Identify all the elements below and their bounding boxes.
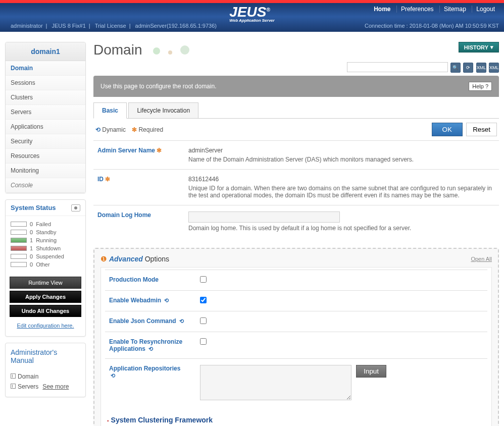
sidebar-item-console[interactable]: Console	[6, 178, 85, 193]
clustering-section-title: System Clustering Framework	[105, 412, 487, 426]
bc-server: adminServer(192.168.65.1:9736)	[132, 23, 220, 29]
search-icon[interactable]: 🔍	[450, 63, 461, 73]
sidebar: domain1 Domain Sessions Clusters Servers…	[5, 42, 86, 426]
sidebar-item-applications[interactable]: Applications	[6, 120, 85, 134]
required-icon: ✻	[157, 147, 162, 154]
production-mode-label: Production Mode	[105, 274, 196, 286]
production-mode-checkbox[interactable]	[200, 276, 207, 283]
help-icon: ?	[485, 83, 488, 89]
app-repos-textarea[interactable]	[200, 365, 351, 400]
app-repos-label: Application Repositories⟲	[105, 363, 196, 404]
logo-subtitle: Web Application Server	[229, 18, 274, 23]
top-bar: JEUS® Web Application Server Home Prefer…	[0, 0, 504, 32]
dynamic-icon: ⟲	[111, 372, 115, 379]
enable-webadmin-label: Enable Webadmin ⟲	[105, 295, 196, 307]
system-status-title: System Status	[6, 200, 85, 216]
dynamic-icon: ⟲	[164, 297, 169, 303]
sys-status-label: System Status	[11, 204, 56, 211]
domain-log-home-label: Domain Log Home	[93, 209, 184, 234]
advanced-title: ❶ Advanced Options	[100, 255, 169, 263]
connection-time: Connection time : 2018-01-08 (Mon) AM 10…	[365, 23, 499, 29]
sidebar-item-resources[interactable]: Resources	[6, 149, 85, 164]
enable-webadmin-checkbox[interactable]	[200, 297, 207, 303]
sidebar-item-clusters[interactable]: Clusters	[6, 90, 85, 105]
description-text: Use this page to configure the root doma…	[100, 83, 216, 90]
dynamic-legend: ⟲ Dynamic	[95, 126, 126, 133]
sidebar-item-servers[interactable]: Servers	[6, 105, 85, 120]
manual-title: Administrator's Manual	[6, 343, 85, 369]
bc-user: administrator	[8, 23, 46, 29]
tabs: Basic Lifecycle Invocation	[93, 102, 499, 119]
decorative-bubbles	[151, 42, 191, 58]
open-all-link[interactable]: Open All	[471, 256, 492, 262]
info-icon: ❶	[100, 255, 107, 263]
chevron-down-icon: ▾	[490, 44, 493, 50]
reset-button[interactable]: Reset	[466, 123, 497, 136]
nav-sitemap[interactable]: Sitemap	[439, 6, 470, 13]
status-row-running: 1Running	[11, 236, 80, 244]
dynamic-icon: ⟲	[95, 126, 100, 133]
admin-server-name-label: Admin Server Name ✻	[93, 145, 184, 165]
help-button[interactable]: Help?	[469, 82, 492, 91]
nav-home[interactable]: Home	[370, 6, 394, 13]
nav-preferences[interactable]: Preferences	[396, 6, 438, 13]
manual-link-servers[interactable]: ServersSee more	[11, 382, 80, 392]
id-label: ID ✻	[93, 174, 184, 201]
edit-config-link[interactable]: Edit configuration here.	[17, 323, 74, 329]
required-icon: ✻	[105, 176, 110, 183]
domain-name[interactable]: domain1	[6, 42, 85, 61]
enable-resync-checkbox[interactable]	[200, 338, 207, 345]
domain-log-home-input[interactable]	[188, 211, 340, 223]
status-refresh-icon[interactable]	[71, 204, 80, 211]
advanced-options: ❶ Advanced Options Open All Production M…	[93, 248, 499, 426]
status-row-failed: 0Failed	[11, 220, 80, 228]
page-title: Domain	[93, 42, 191, 58]
history-button[interactable]: HISTORY ▾	[459, 42, 499, 52]
tab-lifecycle[interactable]: Lifecycle Invocation	[128, 102, 198, 118]
sidebar-item-domain[interactable]: Domain	[6, 61, 85, 76]
sidebar-item-sessions[interactable]: Sessions	[6, 76, 85, 90]
bc-license: Trial License	[92, 23, 129, 29]
enable-json-checkbox[interactable]	[200, 317, 207, 324]
search-input[interactable]	[347, 62, 448, 72]
id-help: Unique ID for a domain. When there are t…	[188, 185, 495, 199]
admin-server-name-value: adminServer	[188, 147, 495, 154]
enable-resync-label: Enable To Resynchronize Applications ⟲	[105, 336, 196, 354]
manual-link-domain[interactable]: Domain	[11, 371, 80, 382]
status-row-suspended: 0Suspended	[11, 252, 80, 260]
refresh-icon[interactable]: ⟳	[463, 63, 473, 73]
nav-logout[interactable]: Logout	[472, 6, 499, 13]
sidebar-item-security[interactable]: Security	[6, 134, 85, 149]
apply-changes-button[interactable]: Apply Changes	[10, 291, 81, 303]
id-value: 831612446	[188, 176, 495, 183]
dynamic-icon: ⟲	[148, 346, 153, 352]
top-nav: Home Preferences Sitemap Logout	[370, 6, 499, 13]
runtime-view-button[interactable]: Runtime View	[10, 277, 81, 289]
undo-changes-button[interactable]: Undo All Changes	[10, 305, 81, 317]
book-icon	[11, 374, 16, 379]
logo-text: JEUS	[229, 4, 266, 20]
status-row-shutdown: 1Shutdown	[11, 244, 80, 252]
bc-version: JEUS 8 Fix#1	[49, 23, 89, 29]
tab-basic[interactable]: Basic	[93, 102, 127, 119]
main-content: Domain HISTORY ▾ 🔍 ⟳ XML XML Use this pa…	[93, 42, 499, 426]
status-list: 0Failed 0Standby 1Running 1Shutdown 0Sus…	[6, 216, 85, 273]
admin-server-name-help: Name of the Domain Administration Server…	[188, 156, 495, 163]
input-button[interactable]: Input	[356, 365, 386, 378]
xml-export-icon[interactable]: XML	[476, 63, 486, 73]
logo: JEUS® Web Application Server	[229, 4, 274, 23]
breadcrumb: administrator| JEUS 8 Fix#1| Trial Licen…	[8, 23, 220, 29]
xml-import-icon[interactable]: XML	[489, 63, 499, 73]
status-row-other: 0Other	[11, 260, 80, 269]
required-legend: ✻ Required	[132, 126, 163, 133]
enable-json-label: Enable Json Command ⟲	[105, 315, 196, 328]
see-more-link[interactable]: See more	[42, 383, 69, 390]
book-icon	[11, 384, 16, 389]
sidebar-item-monitoring[interactable]: Monitoring	[6, 164, 85, 178]
domain-log-home-help: Domain log home. This is used by default…	[188, 225, 495, 232]
status-row-standby: 0Standby	[11, 228, 80, 236]
description-bar: Use this page to configure the root doma…	[93, 76, 499, 97]
required-icon: ✻	[132, 126, 137, 133]
dynamic-icon: ⟲	[179, 318, 184, 324]
ok-button[interactable]: OK	[432, 123, 463, 136]
